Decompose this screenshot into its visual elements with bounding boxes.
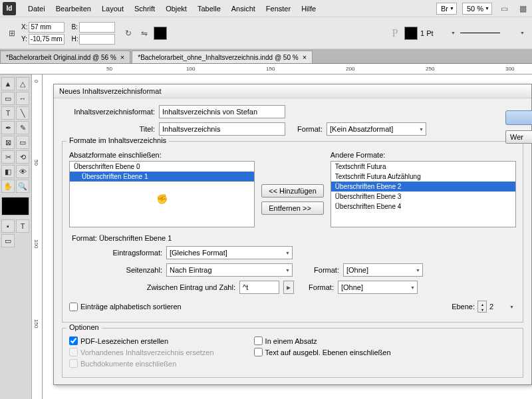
bridge-button[interactable]: Br <box>436 3 457 15</box>
menu-fenster[interactable]: Fenster <box>261 2 296 15</box>
apply-none[interactable]: T <box>16 219 29 233</box>
flip-h-icon[interactable]: ⇋ <box>138 27 151 40</box>
pen-tool[interactable]: ✒ <box>1 121 15 134</box>
tab-0[interactable]: *Bachelorarbeit Original.indd @ 56 %× <box>0 51 130 63</box>
y-input[interactable] <box>29 34 65 45</box>
view-mode[interactable]: ▭ <box>1 234 15 247</box>
between-format-select[interactable]: [Ohne] <box>338 281 418 294</box>
para-checkbox[interactable] <box>254 336 263 345</box>
type-tool[interactable]: T <box>1 106 15 120</box>
fill-stroke[interactable] <box>1 197 29 215</box>
list-item[interactable]: Überschriften Ebene 4 <box>331 201 515 211</box>
title-label: Titel: <box>62 125 155 133</box>
zoom-select[interactable]: 50 % <box>462 3 492 15</box>
eyedropper-tool[interactable]: 👁 <box>16 165 29 178</box>
screen-mode-icon[interactable]: ▭ <box>497 2 511 15</box>
include-listbox[interactable]: Überschriften Ebene 0 Überschriften Eben… <box>69 161 255 227</box>
other-listbox[interactable]: Textschrift Futura Textschrift Futura Au… <box>331 161 516 227</box>
toc-dialog: Neues Inhaltsverzeichnisformat Inhaltsve… <box>53 84 532 385</box>
stroke-weight[interactable]: 1 Pt <box>420 29 458 37</box>
arrange-icon[interactable]: ▦ <box>516 2 529 15</box>
entry-format-select[interactable]: [Gleiches Format] <box>166 246 293 259</box>
frame-tool[interactable]: ⊠ <box>1 136 15 149</box>
book-checkbox <box>69 359 78 368</box>
scissors-tool[interactable]: ✂ <box>1 150 15 164</box>
hidden-checkbox[interactable] <box>254 348 263 356</box>
list-item[interactable]: Überschriften Ebene 2 <box>331 182 515 192</box>
menu-datei[interactable]: Datei <box>23 2 51 15</box>
options-fieldset: Optionen PDF-Lesezeichen erstellen Vorha… <box>62 328 523 378</box>
p-icon[interactable]: P <box>388 27 402 40</box>
apply-color[interactable]: ▪ <box>1 219 15 233</box>
rotate-icon[interactable]: ↻ <box>122 27 135 40</box>
add-button[interactable]: << Hinzufügen <box>261 184 324 198</box>
app-icon: Id <box>3 2 16 15</box>
tab-1[interactable]: *Bachelorarbeit_ohne_Inhaltsverzeichnis.… <box>132 51 313 63</box>
fewer-options-button[interactable]: Wer <box>505 130 532 144</box>
menu-objekt[interactable]: Objekt <box>160 2 192 15</box>
level-select[interactable]: 2 <box>489 303 516 311</box>
menu-hilfe[interactable]: Hilfe <box>296 2 321 15</box>
rect-tool[interactable]: ▭ <box>16 136 29 149</box>
ok-button[interactable] <box>505 110 532 125</box>
w-input[interactable] <box>79 22 115 33</box>
ruler-horizontal: 50 100 150 200 250 300 <box>0 64 532 74</box>
fill-swatch[interactable] <box>154 27 167 40</box>
transform-tool[interactable]: ⟲ <box>16 150 29 164</box>
formats-fieldset: Formate im Inhaltsverzeichnis Absatzform… <box>62 141 523 323</box>
dialog-side-buttons: Wer <box>505 110 532 144</box>
x-input[interactable] <box>29 22 65 33</box>
close-icon[interactable]: × <box>120 53 124 61</box>
page-select[interactable]: Nach Eintrag <box>166 263 293 277</box>
menu-tabelle[interactable]: Tabelle <box>192 2 226 15</box>
gradient-tool[interactable]: ◧ <box>1 165 15 178</box>
stroke-style[interactable] <box>460 33 527 33</box>
stroke-swatch[interactable] <box>404 27 418 40</box>
format2-label: Format: <box>289 125 323 133</box>
gap-tool[interactable]: ↔ <box>16 92 29 105</box>
include-label: Absatzformate einschließen: <box>69 151 255 159</box>
line-tool[interactable]: ╲ <box>16 106 29 120</box>
ruler-vertical: 0 50 100 150 <box>32 74 43 399</box>
toolbox: ▲△ ▭↔ T╲ ✒✎ ⊠▭ ✂⟲ ◧👁 ✋🔍 ▪T ▭ <box>0 74 32 399</box>
hand-cursor-icon: ✊ <box>70 194 254 204</box>
format-input[interactable] <box>159 105 285 118</box>
hand-tool[interactable]: ✋ <box>1 180 15 193</box>
level-stepper[interactable]: ▴▾ <box>477 301 487 313</box>
dialog-title: Neues Inhaltsverzeichnisformat <box>54 84 531 98</box>
page-format-select[interactable]: [Ohne] <box>343 263 423 277</box>
page-tool[interactable]: ▭ <box>1 92 15 105</box>
format2-select[interactable]: [Kein Absatzformat] <box>327 122 426 136</box>
remove-button[interactable]: Entfernen >> <box>261 201 324 215</box>
flyout-icon[interactable]: ▸ <box>283 281 294 294</box>
close-icon[interactable]: × <box>303 53 307 61</box>
selection-tool[interactable]: ▲ <box>1 77 15 90</box>
pdf-checkbox[interactable] <box>69 336 78 345</box>
control-bar: ⊞ X: Y: B: H: ↻ ⇋ P 1 Pt <box>0 17 532 49</box>
reference-point-icon[interactable]: ⊞ <box>5 27 19 40</box>
menu-layout[interactable]: Layout <box>96 2 129 15</box>
list-item[interactable]: Textschrift Futura <box>331 162 515 172</box>
list-item[interactable]: Überschriften Ebene 0 <box>70 162 254 172</box>
format-label: Inhaltsverzeichnisformat: <box>62 108 155 116</box>
menubar: Id Datei Bearbeiten Layout Schrift Objek… <box>0 0 532 17</box>
title-input[interactable] <box>159 122 285 136</box>
menu-schrift[interactable]: Schrift <box>129 2 160 15</box>
menu-bearbeiten[interactable]: Bearbeiten <box>51 2 96 15</box>
document-tabs: *Bachelorarbeit Original.indd @ 56 %× *B… <box>0 49 532 64</box>
between-input[interactable] <box>239 281 279 294</box>
other-label: Andere Formate: <box>331 151 516 159</box>
direct-select-tool[interactable]: △ <box>16 77 29 90</box>
menu-ansicht[interactable]: Ansicht <box>226 2 261 15</box>
zoom-tool[interactable]: 🔍 <box>16 180 29 193</box>
list-item[interactable]: Überschriften Ebene 1 <box>70 172 254 182</box>
list-item[interactable]: Textschrift Futura Aufzählung <box>331 172 515 182</box>
replace-checkbox <box>69 348 78 356</box>
section-format-label: Format: Überschriften Ebene 1 <box>72 234 516 242</box>
h-input[interactable] <box>79 34 115 45</box>
sort-checkbox[interactable] <box>69 303 78 311</box>
pencil-tool[interactable]: ✎ <box>16 121 29 134</box>
list-item[interactable]: Überschriften Ebene 3 <box>331 192 515 201</box>
